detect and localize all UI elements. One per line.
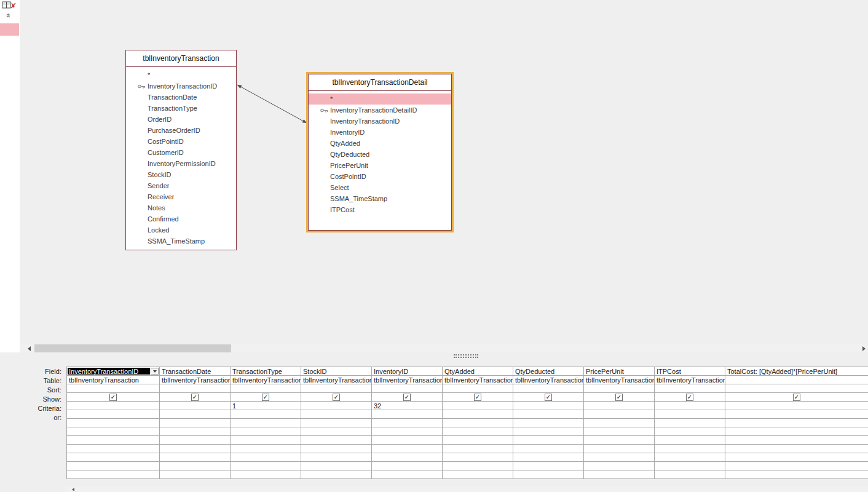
scroll-left-button[interactable] (25, 344, 33, 352)
qbe-cell-or-2[interactable] (231, 410, 301, 419)
qbe-cell-blank[interactable] (725, 427, 868, 436)
table-field[interactable]: CostPointID (126, 136, 236, 147)
qbe-cell-sort-8[interactable] (655, 384, 725, 393)
qbe-cell-blank[interactable] (655, 436, 725, 445)
qbe-cell-show-2[interactable]: ✓ (231, 393, 301, 402)
qbe-cell-blank[interactable] (443, 436, 513, 445)
qbe-cell-blank[interactable] (725, 462, 868, 470)
qbe-cell-blank[interactable] (725, 453, 868, 462)
qbe-cell-blank[interactable] (372, 436, 443, 445)
table-field[interactable]: InventoryTransactionDetailID (309, 105, 451, 116)
pane-splitter-handle[interactable] (454, 354, 478, 358)
qbe-cell-criteria-5[interactable] (443, 402, 513, 410)
qbe-cell-blank[interactable] (160, 462, 231, 470)
qbe-cell-or-8[interactable] (655, 410, 725, 419)
table-field[interactable]: Confirmed (126, 213, 236, 224)
qbe-cell-blank[interactable] (372, 470, 443, 479)
qbe-cell-blank[interactable] (231, 470, 301, 479)
show-checkbox[interactable]: ✓ (403, 394, 411, 401)
table-field[interactable]: InventoryTransactionID (126, 81, 236, 92)
table-field[interactable]: Sender (126, 180, 236, 191)
query-diagram-canvas[interactable]: tblInventoryTransaction*InventoryTransac… (20, 0, 868, 344)
scrollbar-thumb[interactable] (34, 344, 231, 352)
qbe-cell-criteria-6[interactable] (513, 402, 584, 410)
table-field[interactable]: PurchaseOrderID (126, 125, 236, 136)
qbe-cell-blank[interactable] (372, 445, 443, 453)
qbe-cell-blank[interactable] (513, 419, 584, 427)
table-field[interactable]: QtyAdded (309, 138, 451, 149)
qbe-cell-show-5[interactable]: ✓ (443, 393, 513, 402)
qbe-cell-blank[interactable] (584, 462, 655, 470)
table-card-title[interactable]: tblInventoryTransaction (126, 50, 236, 67)
qbe-cell-blank[interactable] (67, 453, 160, 462)
qbe-cell-blank[interactable] (160, 419, 231, 427)
qbe-cell-blank[interactable] (231, 427, 301, 436)
qbe-cell-blank[interactable] (231, 462, 301, 470)
qbe-cell-blank[interactable] (725, 445, 868, 453)
selected-field-cell[interactable]: InventoryTransactionID (68, 368, 150, 375)
qbe-cell-criteria-3[interactable] (301, 402, 372, 410)
qbe-cell-blank[interactable] (725, 470, 868, 479)
qbe-cell-table-8[interactable]: tblInventoryTransactionDetail (655, 376, 725, 384)
table-field[interactable]: InventoryPermissionID (126, 158, 236, 169)
qbe-cell-field-3[interactable]: StockID (301, 367, 372, 376)
qbe-cell-show-4[interactable]: ✓ (372, 393, 443, 402)
qbe-cell-blank[interactable] (160, 436, 231, 445)
qbe-cell-blank[interactable] (584, 470, 655, 479)
qbe-cell-blank[interactable] (655, 453, 725, 462)
grid-h-scrollbar[interactable] (66, 486, 868, 492)
qbe-cell-blank[interactable] (443, 419, 513, 427)
qbe-cell-blank[interactable] (655, 419, 725, 427)
qbe-cell-blank[interactable] (584, 453, 655, 462)
table-card-1[interactable]: tblInventoryTransactionDetail*InventoryT… (308, 74, 452, 231)
qbe-cell-or-1[interactable] (160, 410, 231, 419)
qbe-cell-sort-7[interactable] (584, 384, 655, 393)
qbe-cell-or-3[interactable] (301, 410, 372, 419)
table-field[interactable]: ITPCost (309, 204, 451, 215)
qbe-cell-blank[interactable] (301, 462, 372, 470)
qbe-cell-criteria-4[interactable]: 32 (372, 402, 443, 410)
table-field[interactable]: InventoryID (309, 127, 451, 138)
table-field[interactable]: Notes (126, 202, 236, 213)
qbe-cell-blank[interactable] (513, 445, 584, 453)
qbe-cell-table-7[interactable]: tblInventoryTransactionDetail (584, 376, 655, 384)
qbe-cell-table-3[interactable]: tblInventoryTransaction (301, 376, 372, 384)
qbe-cell-table-9[interactable] (725, 376, 868, 384)
qbe-cell-blank[interactable] (160, 470, 231, 479)
table-field[interactable]: QtyDeducted (309, 149, 451, 160)
qbe-cell-blank[interactable] (513, 427, 584, 436)
qbe-cell-blank[interactable] (513, 436, 584, 445)
qbe-cell-show-3[interactable]: ✓ (301, 393, 372, 402)
qbe-cell-field-7[interactable]: PricePerUnit (584, 367, 655, 376)
qbe-cell-blank[interactable] (655, 445, 725, 453)
table-field[interactable]: StockID (126, 169, 236, 180)
qbe-cell-or-7[interactable] (584, 410, 655, 419)
table-card-title[interactable]: tblInventoryTransactionDetail (309, 74, 451, 91)
qbe-cell-blank[interactable] (160, 427, 231, 436)
qbe-cell-blank[interactable] (67, 445, 160, 453)
qbe-cell-or-4[interactable] (372, 410, 443, 419)
show-checkbox[interactable]: ✓ (262, 394, 269, 401)
qbe-cell-blank[interactable] (443, 453, 513, 462)
qbe-cell-criteria-0[interactable] (67, 402, 160, 410)
qbe-cell-field-6[interactable]: QtyDeducted (513, 367, 584, 376)
table-field[interactable]: * (126, 69, 236, 81)
expand-navigation-chevron-icon[interactable]: » (3, 14, 12, 18)
table-field[interactable]: Locked (126, 224, 236, 236)
table-field[interactable]: TransactionDate (126, 92, 236, 103)
qbe-cell-blank[interactable] (67, 427, 160, 436)
qbe-cell-criteria-9[interactable] (725, 402, 868, 410)
qbe-cell-blank[interactable] (584, 419, 655, 427)
qbe-cell-blank[interactable] (160, 453, 231, 462)
qbe-cell-blank[interactable] (513, 462, 584, 470)
table-field[interactable]: * (309, 93, 451, 105)
qbe-cell-blank[interactable] (443, 462, 513, 470)
show-checkbox[interactable]: ✓ (686, 394, 693, 401)
qbe-cell-blank[interactable] (443, 427, 513, 436)
qbe-cell-blank[interactable] (372, 419, 443, 427)
qbe-cell-blank[interactable] (67, 470, 160, 479)
qbe-cell-or-0[interactable] (67, 410, 160, 419)
qbe-cell-blank[interactable] (584, 436, 655, 445)
qbe-cell-blank[interactable] (655, 427, 725, 436)
qbe-cell-show-1[interactable]: ✓ (160, 393, 231, 402)
